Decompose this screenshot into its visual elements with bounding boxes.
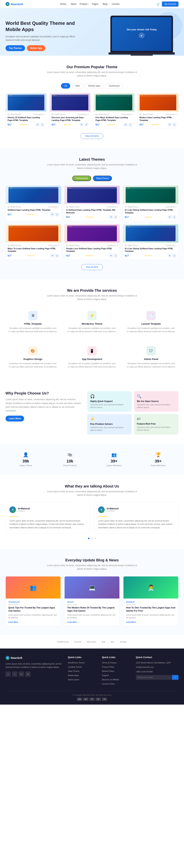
dot-nav-3[interactable] — [95, 538, 96, 539]
latest-title-4: Ways To Learn Softland-Saas Landing Page… — [7, 247, 59, 253]
cart-icon[interactable]: 🛒 — [156, 2, 160, 6]
footer-link2-terms: Terms & Privacy — [102, 661, 130, 664]
latest-thumb-6 — [123, 224, 178, 243]
cart-btn-3[interactable]: 🛒 — [128, 123, 132, 127]
latest-content-5: By: MaanThemeComments: 2 People Love Sof… — [64, 243, 120, 259]
dot-nav-2[interactable] — [91, 538, 93, 539]
services-section: We are Provide The services Lorem ipsum … — [0, 279, 184, 382]
d1 — [127, 188, 127, 188]
blog-thumb-icon-3: 👨‍💼 — [148, 584, 154, 591]
latest-cart-6[interactable]: 🛒 — [173, 254, 177, 258]
latest-preview-3[interactable]: 👁 — [167, 215, 172, 219]
product-price-3: $17 — [95, 123, 99, 126]
latest-thumb-3 — [123, 186, 178, 204]
social-twitter[interactable]: t — [12, 672, 17, 677]
latest-preview-4[interactable]: 👁 — [51, 254, 55, 258]
latest-preview-5[interactable]: 👁 — [109, 254, 113, 258]
footer-link-wp-anchor[interactable]: WordPress Theme — [68, 661, 85, 664]
latest-cart-5[interactable]: 🛒 — [114, 254, 118, 258]
preview-btn-3[interactable]: 👁 — [124, 123, 128, 127]
nav-product[interactable]: Product ▾ — [80, 3, 89, 5]
footer-link2-terms-anchor[interactable]: Terms & Privacy — [102, 661, 117, 664]
nav-home[interactable]: Home ▾ — [60, 3, 67, 5]
footer-link2-refund-anchor[interactable]: Refund Policy — [102, 670, 115, 672]
footer-link-mobile-anchor[interactable]: Mobile Apps — [68, 674, 79, 677]
tab-mobile[interactable]: Mobile Apps — [85, 83, 104, 89]
cart-btn-4[interactable]: 🛒 — [173, 123, 177, 127]
tab-maantheme[interactable]: MaanTheme — [93, 176, 112, 181]
latest-cart-4[interactable]: 🛒 — [55, 254, 59, 258]
footer-link2-privacy-anchor[interactable]: Privacy Policy — [102, 666, 115, 668]
support-icon: 🎧 — [90, 394, 129, 399]
why-card-title-opensource: We Are Open Source — [137, 400, 176, 403]
footer-link2-support-anchor[interactable]: Support — [102, 674, 109, 677]
latest-title-5: People Love Softland-Saas Landing Page H… — [66, 247, 118, 253]
service-card-admin: 🛡 Admin Panel Excepteur sint occaecat cu… — [124, 342, 179, 373]
social-facebook[interactable]: f — [5, 672, 11, 677]
tab-all[interactable]: All — [61, 83, 70, 89]
latest-preview-6[interactable]: 👁 — [167, 254, 172, 258]
play-button[interactable] — [139, 33, 145, 38]
product-card-2: By: MaanTheme Comments: 2 Discover your … — [50, 93, 91, 129]
preview-btn-1[interactable]: 👁 — [36, 123, 40, 127]
latest-title-3: It's Like Dating Softland-Saas Landing P… — [125, 209, 177, 214]
cart-btn-2[interactable]: 🛒 — [85, 123, 89, 127]
d1 — [68, 226, 69, 227]
view-all-btn[interactable]: View All Items — [81, 133, 103, 139]
latest-content-2: By: MaanThemeComments: 2 Is Softland-Saa… — [64, 204, 120, 221]
latest-cart-2[interactable]: 🛒 — [114, 215, 118, 219]
nav-pages[interactable]: Pages ▾ — [92, 3, 99, 5]
navbar-logo[interactable]: M MaanSoft — [5, 2, 23, 6]
social-linkedin[interactable]: in — [19, 672, 24, 677]
footer-link2-affiliate-anchor[interactable]: Become an Affiliate — [102, 679, 119, 681]
nav-about[interactable]: About — [71, 3, 76, 5]
d1 — [9, 188, 10, 188]
footer-link-saas-anchor[interactable]: Saas Theme — [68, 670, 79, 672]
laptop-base — [109, 52, 175, 55]
latest-preview-1[interactable]: 👁 — [51, 213, 55, 217]
testimonial-role-1: Designer — [18, 510, 30, 512]
btn-top-themes[interactable]: Top Themes — [5, 45, 25, 51]
premium-tabs: All Web Mobile Apps Dashboard — [5, 83, 179, 89]
dot-nav-1[interactable] — [88, 538, 89, 539]
latest-preview-2[interactable]: 👁 — [109, 215, 113, 219]
footer-logo: M MaanSoft — [5, 656, 62, 660]
footer-search-btn[interactable]: → — [172, 675, 179, 680]
premium-desc: Lorem ipsum dolor sit amet, consectetur … — [46, 70, 138, 78]
footer-link-admin-anchor[interactable]: Admin panel — [68, 679, 79, 681]
footer-link2-license: License Policy — [102, 682, 130, 685]
latest-card-4: By: MaanThemeComments: 2 Ways To Learn S… — [5, 224, 61, 260]
screen-title: Get your dream Job Today — [127, 28, 157, 31]
footer-email-input[interactable] — [136, 675, 172, 680]
blog-card-1: 👥 Technology Jan 12, 2024 Quick Tips For… — [5, 576, 61, 626]
preview-btn-4[interactable]: 👁 — [167, 123, 172, 127]
footer-link2-license-anchor[interactable]: License Policy — [102, 683, 115, 685]
tab-web[interactable]: Web — [72, 83, 83, 89]
cart-btn-1[interactable]: 🛒 — [40, 123, 44, 127]
footer-link-landing-anchor[interactable]: Landing Theme — [68, 666, 82, 668]
blog-link-2[interactable]: Learn More → — [67, 621, 80, 623]
why-learn-more-btn[interactable]: Learn More — [5, 415, 24, 422]
service-desc-admin: Excepteur sint occaecat cupidatat non pr… — [127, 362, 176, 368]
d3 — [12, 226, 13, 227]
service-card-laravel: 📄 Laravel Template Excepteur sint occaec… — [124, 307, 179, 338]
nav-blog[interactable]: Blog ▾ — [103, 3, 109, 5]
problem-icon: ⚡ — [90, 417, 129, 421]
nav-contact[interactable]: Contact — [112, 3, 119, 5]
blog-link-1[interactable]: Learn More → — [8, 621, 21, 623]
services-title: We are Provide The services — [5, 288, 179, 292]
social-youtube[interactable]: yt — [25, 672, 31, 677]
latest-cart-3[interactable]: 🛒 — [173, 215, 177, 219]
latest-view-all-btn[interactable]: View All Item — [81, 264, 103, 270]
tab-dashboard[interactable]: Dashboard — [105, 83, 123, 89]
latest-content-6: By: MaanThemeComments: 2 It's Like Datin… — [123, 243, 178, 259]
tab-themeforest[interactable]: Themeforest — [72, 176, 91, 181]
premium-title: Our Premium Popular Theme — [5, 65, 179, 69]
blog-link-3[interactable]: Learn More → — [126, 621, 139, 623]
footer-quick-links2-col: Quick Links Terms & Privacy Privacy Poli… — [102, 656, 130, 687]
btn-mobile-app[interactable]: Mobile App — [27, 45, 45, 51]
testimonials-title: What they are talking About Us — [5, 484, 179, 488]
preview-btn-2[interactable]: 👁 — [80, 123, 84, 127]
latest-cart-1[interactable]: 🛒 — [55, 213, 59, 217]
account-button[interactable]: My Account — [162, 1, 179, 7]
